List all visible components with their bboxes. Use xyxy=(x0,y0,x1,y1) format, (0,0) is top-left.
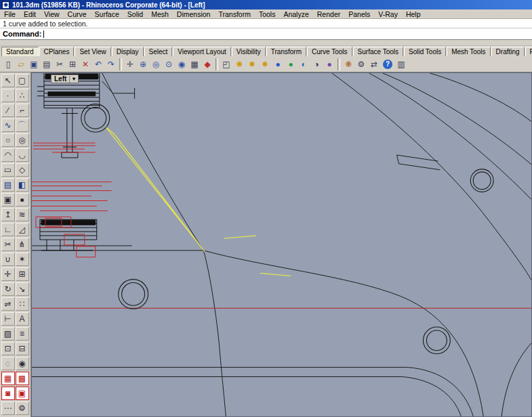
settings-icon[interactable]: ⚙ xyxy=(16,401,29,415)
viewport-left[interactable]: Left | ▾ xyxy=(31,72,532,417)
layers-icon[interactable]: ≡ xyxy=(16,327,29,341)
hole-circle-4-outer[interactable] xyxy=(423,327,450,354)
zoom-selected-icon[interactable]: ⊙ xyxy=(163,58,175,70)
hole-circle-1-inner[interactable] xyxy=(85,108,106,129)
text-icon[interactable]: A xyxy=(16,312,29,326)
menu-item-file[interactable]: File xyxy=(0,10,20,18)
vray-icon[interactable]: ❋ xyxy=(342,58,354,70)
rectangle-icon[interactable]: ▭ xyxy=(1,163,15,177)
polyline-icon[interactable]: ⌐ xyxy=(16,104,29,117)
save-icon[interactable]: ▣ xyxy=(28,58,40,70)
tab-set-view[interactable]: Set View xyxy=(75,47,110,56)
circle-icon[interactable]: ○ xyxy=(1,133,15,147)
selected-sliver-curve[interactable] xyxy=(106,127,205,252)
sphere-icon[interactable]: ● xyxy=(16,193,29,206)
join-icon[interactable]: ∪ xyxy=(1,253,15,266)
lamp-dim-icon[interactable]: ✹ xyxy=(246,58,258,70)
red-tool-4-icon[interactable]: ▣ xyxy=(16,387,29,400)
show-icon[interactable]: ◉ xyxy=(16,357,29,370)
gears-icon[interactable]: ⚙ xyxy=(355,58,367,70)
corner-band-1[interactable] xyxy=(332,73,531,280)
explode-icon[interactable]: ✶ xyxy=(16,253,29,266)
screen-icon[interactable]: ▥ xyxy=(395,58,407,70)
render-shade-icon[interactable]: ◑ xyxy=(310,58,323,70)
red-cluster-upper[interactable] xyxy=(33,143,96,152)
menu-item-solid[interactable]: Solid xyxy=(123,10,147,18)
menu-item-mesh[interactable]: Mesh xyxy=(147,10,173,18)
viewport-title-tab[interactable]: Left | ▾ xyxy=(51,74,79,83)
ellipse-icon[interactable]: ◎ xyxy=(16,133,29,147)
split-icon[interactable]: ⋔ xyxy=(16,238,29,251)
menu-item-tools[interactable]: Tools xyxy=(255,10,280,18)
tab-mesh-tools[interactable]: Mesh Tools xyxy=(447,47,490,56)
tab-transform[interactable]: Transform xyxy=(266,47,306,56)
trim-icon[interactable]: ✂ xyxy=(1,238,15,251)
menu-item-view[interactable]: View xyxy=(40,10,64,18)
lamp-spot-icon[interactable]: ✸ xyxy=(259,58,271,70)
notch-detail[interactable] xyxy=(397,155,441,170)
move-icon[interactable]: ✛ xyxy=(1,267,15,281)
dimension-icon[interactable]: ⊢ xyxy=(1,312,15,326)
arc3-icon[interactable]: ◡ xyxy=(16,148,29,162)
tab-surface-tools[interactable]: Surface Tools xyxy=(353,47,403,56)
rotate-icon[interactable]: ↻ xyxy=(1,282,15,296)
tab-viewport-layout[interactable]: Viewport Layout xyxy=(173,47,231,56)
copy-object-icon[interactable]: ⊞ xyxy=(16,267,29,281)
new-file-icon[interactable]: ▯ xyxy=(2,58,14,70)
menu-item-edit[interactable]: Edit xyxy=(20,10,40,18)
red-tool-1-icon[interactable]: ▦ xyxy=(1,372,15,385)
red-cluster-mid[interactable] xyxy=(32,182,112,211)
zoom-extents-icon[interactable]: ⊕ xyxy=(137,58,149,70)
grid-icon[interactable]: ▦ xyxy=(188,58,201,70)
print-icon[interactable]: ▤ xyxy=(41,58,53,70)
box-icon[interactable]: ▣ xyxy=(1,193,15,206)
arc-icon[interactable]: ◠ xyxy=(1,148,15,162)
undo-icon[interactable]: ↶ xyxy=(92,58,104,70)
left-profile-curve[interactable] xyxy=(102,73,226,416)
menu-item-help[interactable]: Help xyxy=(402,10,425,18)
help-icon[interactable]: ? xyxy=(383,60,392,69)
line-icon[interactable]: ∕ xyxy=(1,104,15,117)
menu-item-analyze[interactable]: Analyze xyxy=(279,10,312,18)
more-tools-icon[interactable]: ⋯ xyxy=(1,401,15,415)
hide-icon[interactable]: ◌ xyxy=(1,357,15,370)
bottom-band-top-line[interactable] xyxy=(32,368,473,416)
tab-display[interactable]: Display xyxy=(112,47,144,56)
hole-circle-4-inner[interactable] xyxy=(426,330,447,351)
array-icon[interactable]: ∷ xyxy=(16,297,29,311)
tab-drafting[interactable]: Drafting xyxy=(491,47,525,56)
fillet-icon[interactable]: ∟ xyxy=(1,223,15,236)
tab-render-tools[interactable]: Render Tools xyxy=(525,47,532,56)
copy-icon[interactable]: ⊞ xyxy=(66,58,79,70)
tab-cplanes[interactable]: CPlanes xyxy=(39,47,75,56)
selected-segment-1[interactable] xyxy=(224,236,256,238)
pan-icon[interactable]: ✛ xyxy=(124,58,136,70)
group-icon[interactable]: ⊡ xyxy=(1,342,15,355)
menu-item-surface[interactable]: Surface xyxy=(91,10,123,18)
points-icon[interactable]: ∴ xyxy=(16,89,29,102)
red-tool-2-icon[interactable]: ▩ xyxy=(16,372,29,385)
top-step-detail[interactable] xyxy=(102,81,135,99)
tab-solid-tools[interactable]: Solid Tools xyxy=(404,47,446,56)
material-icon[interactable]: ● xyxy=(323,58,335,70)
scale-icon[interactable]: ↘ xyxy=(16,282,29,296)
menu-item-panels[interactable]: Panels xyxy=(344,10,374,18)
tab-select[interactable]: Select xyxy=(144,47,173,56)
menu-item-curve[interactable]: Curve xyxy=(64,10,91,18)
lower-sweep-curve[interactable] xyxy=(203,250,483,416)
zoom-window-icon[interactable]: ◎ xyxy=(150,58,162,70)
menu-item-render[interactable]: Render xyxy=(313,10,344,18)
corner-band-3[interactable] xyxy=(383,73,531,164)
gumball-icon[interactable]: ⇄ xyxy=(368,58,380,70)
point-icon[interactable]: ∙ xyxy=(1,89,15,102)
hatch-icon[interactable]: ▨ xyxy=(1,327,15,341)
select-arrow-icon[interactable]: ↖ xyxy=(1,74,15,87)
redo-icon[interactable]: ↷ xyxy=(105,58,117,70)
corner-surface-icon[interactable]: ◧ xyxy=(16,178,29,192)
interp-curve-icon[interactable]: ⌒ xyxy=(16,118,29,132)
delete-icon[interactable]: ✕ xyxy=(79,58,91,70)
bottom-band-bottom-line[interactable] xyxy=(32,376,461,416)
select-brush-icon[interactable]: ▢ xyxy=(16,74,29,87)
selected-segment-2[interactable] xyxy=(260,273,291,276)
cut-icon[interactable]: ✂ xyxy=(54,58,66,70)
